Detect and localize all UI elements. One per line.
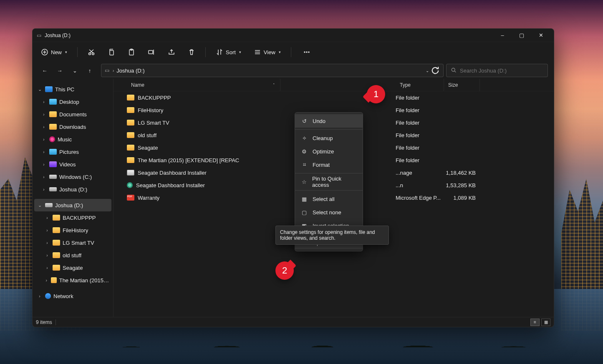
menu-item-label: Pin to Quick access [312, 176, 357, 188]
rename-button[interactable] [145, 45, 158, 59]
svg-point-8 [306, 52, 307, 53]
sidebar-item[interactable]: Seagate [34, 261, 111, 274]
sidebar-item-label: Seagate [63, 265, 83, 271]
refresh-button[interactable] [430, 65, 441, 76]
back-button[interactable]: ← [38, 64, 51, 77]
chevron-down-icon: ▾ [65, 50, 67, 54]
maximize-button[interactable]: ▢ [512, 29, 531, 42]
cell-type: ...n [396, 182, 444, 188]
column-size[interactable]: Size [444, 79, 480, 91]
sidebar-item[interactable]: Windows (C:) [34, 171, 111, 183]
titlebar[interactable]: ▭ Joshua (D:) – ▢ ✕ [33, 29, 554, 42]
sidebar-item-drive-expanded[interactable]: Joshua (D:) [34, 199, 111, 211]
cell-name: LG Smart TV [127, 120, 280, 126]
sidebar-item-network[interactable]: Network [34, 290, 111, 302]
menu-item-label: Format [313, 162, 330, 168]
menu-item-label: Undo [313, 118, 325, 124]
context-menu-item[interactable]: ✧ Cleanup [295, 131, 363, 145]
view-icon [254, 48, 261, 56]
sidebar-item[interactable]: Downloads [34, 120, 111, 133]
chevron-right-icon[interactable] [41, 175, 47, 179]
cut-button[interactable] [85, 45, 98, 59]
sidebar-item[interactable]: Documents [34, 108, 111, 120]
view-button[interactable]: View ▾ [251, 45, 283, 59]
sidebar-item-label: old stuff [63, 252, 81, 259]
context-menu-item[interactable]: ⌗ Format [295, 158, 363, 171]
sidebar-item[interactable]: Music [34, 133, 111, 146]
breadcrumb[interactable]: › Joshua (D:) [113, 68, 145, 74]
chevron-down-icon[interactable] [37, 87, 43, 92]
chevron-right-icon[interactable] [41, 162, 47, 167]
status-text: 9 items [36, 319, 52, 325]
context-menu-item[interactable]: ▢ Select none [295, 206, 363, 219]
chevron-right-icon[interactable] [41, 125, 47, 129]
chevron-down-icon[interactable]: ⌄ [426, 68, 429, 73]
up-button[interactable]: ↑ [83, 64, 96, 77]
address-bar[interactable]: ▭ › Joshua (D:) ⌄ [101, 64, 444, 77]
sidebar-item[interactable]: Joshua (D:) [34, 183, 111, 196]
ellipsis-icon [303, 48, 310, 56]
sidebar-item[interactable]: Pictures [34, 146, 111, 158]
search-box[interactable] [446, 64, 548, 77]
sidebar-item[interactable]: BACKUPPPP [34, 211, 111, 224]
recent-locations-button[interactable]: ⌄ [68, 64, 81, 77]
column-type[interactable]: Type [396, 79, 444, 91]
sidebar-item[interactable]: LG Smart TV [34, 236, 111, 249]
chevron-right-icon[interactable] [44, 266, 50, 270]
drive-icon: ▭ [37, 33, 41, 38]
file-name: Seagate [138, 145, 158, 151]
sidebar-item[interactable]: old stuff [34, 249, 111, 261]
chevron-right-icon[interactable] [41, 100, 47, 104]
chevron-right-icon[interactable] [41, 150, 47, 154]
sidebar-item[interactable]: Videos [34, 158, 111, 171]
chevron-right-icon[interactable] [41, 112, 47, 117]
sidebar-item-label: FileHistory [63, 227, 88, 233]
chevron-right-icon[interactable] [44, 241, 50, 245]
close-button[interactable]: ✕ [531, 29, 550, 42]
context-menu-item[interactable]: ↺ Undo [295, 114, 363, 128]
search-input[interactable] [460, 68, 543, 74]
this-pc-icon [45, 86, 53, 92]
context-menu-item[interactable]: ☆ Pin to Quick access [295, 175, 363, 188]
file-name: The Martian (2015) [EXTENDED] [REPAC [138, 157, 239, 163]
new-button[interactable]: New ▾ [38, 45, 70, 59]
copy-button[interactable] [105, 45, 118, 59]
share-button[interactable] [165, 45, 178, 59]
iso-icon [127, 170, 134, 176]
window-title: Joshua (D:) [45, 33, 71, 38]
chevron-right-icon[interactable] [41, 137, 47, 142]
layout-switcher: ≡ ▦ [530, 319, 550, 326]
thumbnails-view-button[interactable]: ▦ [541, 319, 550, 326]
navigation-pane[interactable]: This PC Desktop Documents Downloads Musi… [33, 79, 114, 317]
paste-button[interactable] [125, 45, 138, 59]
sidebar-item[interactable]: The Martian (2015) [EXTEN [34, 274, 111, 286]
chevron-right-icon[interactable] [44, 278, 48, 283]
chevron-right-icon[interactable] [37, 294, 43, 299]
delete-button[interactable] [185, 45, 198, 59]
context-menu-item[interactable]: ⚙ Optimize [295, 145, 363, 158]
cell-name: Warranty [127, 195, 280, 201]
sidebar-item[interactable]: Desktop [34, 95, 111, 108]
details-view-button[interactable]: ≡ [530, 319, 540, 326]
options-tooltip: Change settings for opening items, file … [275, 226, 389, 245]
chevron-right-icon[interactable] [44, 228, 50, 233]
sidebar-item-this-pc[interactable]: This PC [34, 83, 111, 95]
separator [205, 47, 206, 57]
minimize-button[interactable]: – [493, 29, 512, 42]
chevron-right-icon[interactable] [44, 253, 50, 258]
sidebar-item[interactable]: FileHistory [34, 224, 111, 236]
breadcrumb-label: Joshua (D:) [116, 68, 144, 74]
forward-button[interactable]: → [53, 64, 66, 77]
sort-button[interactable]: Sort ▾ [213, 45, 244, 59]
chevron-down-icon[interactable] [37, 203, 43, 208]
music-icon [49, 136, 55, 142]
chevron-right-icon[interactable] [44, 216, 50, 220]
pdf-icon [127, 195, 134, 201]
more-button[interactable] [299, 45, 315, 59]
chevron-right-icon[interactable] [41, 187, 47, 192]
context-menu-item[interactable]: ▦ Select all [295, 192, 363, 206]
menu-item-icon: ▦ [301, 196, 308, 202]
file-row[interactable]: BACKUPPPP File folder [114, 91, 554, 104]
column-name[interactable]: Name ˄ [127, 79, 280, 91]
folder-icon [53, 265, 60, 271]
